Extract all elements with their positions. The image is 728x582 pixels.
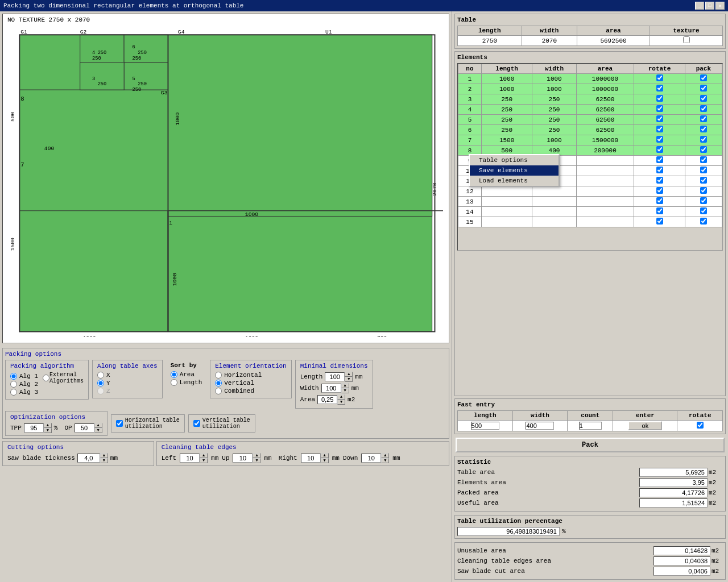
elem-area[interactable]: 1500000	[576, 135, 634, 146]
fe-length-input[interactable]	[471, 422, 499, 430]
elem-area[interactable]: 62500	[576, 125, 634, 135]
elem-pack-checkbox[interactable]	[700, 197, 707, 204]
elem-pack-checkbox[interactable]	[700, 115, 707, 122]
elem-pack-checkbox[interactable]	[700, 207, 707, 214]
elem-area[interactable]: 1000000	[576, 74, 634, 84]
elem-length[interactable]	[481, 197, 532, 207]
orient-comb-radio[interactable]	[215, 388, 222, 394]
elem-pack-checkbox[interactable]	[700, 218, 707, 225]
axis-x-radio[interactable]	[97, 372, 104, 379]
close-button[interactable]: ✕	[715, 2, 725, 10]
elem-area[interactable]: 200000	[576, 146, 634, 156]
up-up[interactable]: ▲	[253, 453, 260, 458]
alg1-radio[interactable]	[10, 373, 17, 380]
left-up[interactable]: ▲	[200, 453, 208, 458]
elem-pack-checkbox[interactable]	[700, 105, 707, 112]
right-input[interactable]	[301, 454, 321, 463]
op-down[interactable]: ▼	[94, 428, 102, 433]
table-row[interactable]: 15	[458, 217, 722, 227]
fe-count-input[interactable]	[579, 422, 602, 430]
elem-rotate-checkbox[interactable]	[656, 105, 663, 112]
vert-util-checkbox[interactable]	[193, 420, 200, 427]
elem-rotate-checkbox[interactable]	[656, 177, 663, 184]
elem-rotate-checkbox[interactable]	[656, 207, 663, 214]
elem-width[interactable]: 250	[532, 125, 576, 135]
elem-rotate-checkbox[interactable]	[656, 115, 663, 122]
elem-width[interactable]: 250	[532, 115, 576, 125]
elem-length[interactable]: 1000	[481, 84, 532, 94]
elem-length[interactable]	[481, 207, 532, 217]
elem-area[interactable]	[576, 166, 634, 176]
load-elements-item[interactable]: Load elements	[470, 176, 559, 186]
elem-rotate-checkbox[interactable]	[656, 95, 663, 102]
up-input[interactable]	[233, 454, 253, 463]
useful-area-value[interactable]	[639, 498, 708, 508]
elem-area[interactable]	[576, 197, 634, 207]
elem-area[interactable]: 62500	[576, 115, 634, 125]
minimize-button[interactable]: _	[695, 2, 704, 10]
sort-area-radio[interactable]	[171, 371, 177, 378]
elem-length[interactable]	[481, 186, 532, 197]
elem-pack-checkbox[interactable]	[700, 136, 707, 143]
fe-width-input[interactable]	[526, 422, 554, 430]
table-row[interactable]: 13	[458, 197, 722, 207]
right-down[interactable]: ▼	[321, 458, 329, 463]
elements-area-value[interactable]	[639, 478, 708, 487]
left-down[interactable]: ▼	[200, 458, 208, 463]
cleaning-edges-value[interactable]	[653, 556, 710, 566]
elem-area[interactable]	[576, 176, 634, 186]
elem-rotate-checkbox[interactable]	[656, 156, 663, 163]
elem-rotate-checkbox[interactable]	[656, 167, 663, 173]
table-row[interactable]: 1100010001000000	[458, 74, 722, 84]
elem-width[interactable]	[532, 207, 576, 217]
saw-up[interactable]: ▲	[100, 453, 108, 458]
down-down[interactable]: ▼	[381, 458, 389, 463]
elem-area[interactable]: 62500	[576, 105, 634, 115]
up-down[interactable]: ▼	[253, 458, 260, 463]
elem-width[interactable]	[532, 197, 576, 207]
elem-rotate-checkbox[interactable]	[656, 146, 663, 153]
table-area-value[interactable]	[639, 468, 708, 477]
down-up[interactable]: ▲	[381, 453, 389, 458]
elem-pack-checkbox[interactable]	[700, 95, 707, 102]
table-row[interactable]: 625025062500	[458, 125, 722, 135]
elem-pack-checkbox[interactable]	[700, 187, 707, 194]
elem-area[interactable]	[576, 156, 634, 166]
alg3-radio[interactable]	[10, 389, 17, 396]
axis-z-radio[interactable]	[97, 388, 104, 394]
elem-length[interactable]: 250	[481, 125, 532, 135]
save-elements-item[interactable]: Save elements	[470, 165, 559, 176]
axis-y-radio[interactable]	[97, 380, 104, 386]
tpp-down[interactable]: ▼	[44, 428, 52, 433]
elem-area[interactable]: 1000000	[576, 84, 634, 94]
utilization-value[interactable]	[457, 527, 560, 536]
elem-rotate-checkbox[interactable]	[656, 126, 663, 132]
elem-area[interactable]	[576, 207, 634, 217]
elem-length[interactable]: 1000	[481, 74, 532, 84]
table-row[interactable]: 2100010001000000	[458, 84, 722, 94]
op-input[interactable]	[75, 423, 94, 433]
sort-length-radio[interactable]	[171, 379, 177, 386]
saw-down[interactable]: ▼	[100, 458, 108, 463]
elem-pack-checkbox[interactable]	[700, 156, 707, 163]
min-area-input[interactable]	[317, 395, 337, 404]
elem-length[interactable]: 250	[481, 115, 532, 125]
fe-ok-button[interactable]: ok	[628, 421, 662, 430]
table-row[interactable]: 12	[458, 186, 722, 197]
elem-pack-checkbox[interactable]	[700, 146, 707, 153]
down-input[interactable]	[361, 454, 381, 463]
elem-pack-checkbox[interactable]	[700, 74, 707, 81]
right-up[interactable]: ▲	[321, 453, 329, 458]
min-area-down[interactable]: ▼	[337, 400, 345, 405]
elem-width[interactable]: 1000	[532, 84, 576, 94]
saw-input[interactable]	[77, 454, 100, 463]
table-row[interactable]: 7150010001500000	[458, 135, 722, 146]
min-area-up[interactable]: ▲	[337, 394, 345, 400]
elem-width[interactable]	[532, 217, 576, 227]
min-width-up[interactable]: ▲	[341, 383, 349, 388]
orient-horiz-radio[interactable]	[215, 372, 222, 379]
maximize-button[interactable]: □	[705, 2, 714, 10]
elem-pack-checkbox[interactable]	[700, 177, 707, 184]
tpp-up[interactable]: ▲	[44, 423, 52, 428]
elem-rotate-checkbox[interactable]	[656, 85, 663, 92]
